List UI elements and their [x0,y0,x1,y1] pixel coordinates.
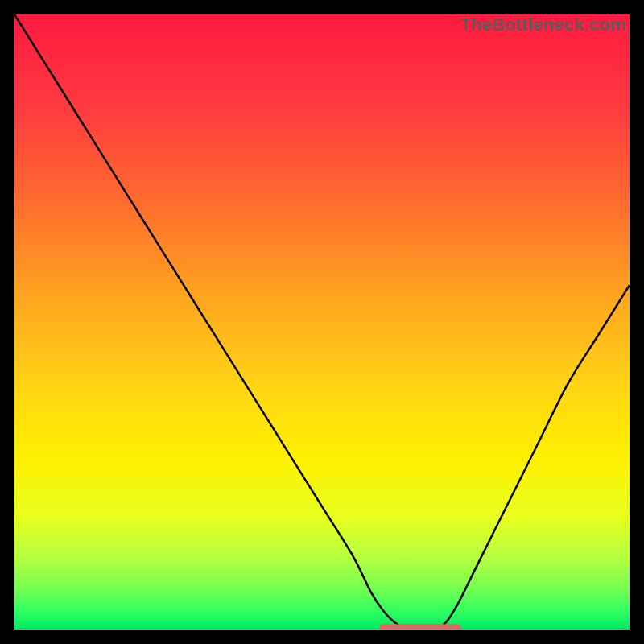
chart-frame: TheBottleneck.com [0,0,644,644]
watermark-text: TheBottleneck.com [460,14,626,35]
plot-area: TheBottleneck.com [14,14,630,630]
curve-layer [14,14,630,630]
bottleneck-curve [14,14,630,630]
